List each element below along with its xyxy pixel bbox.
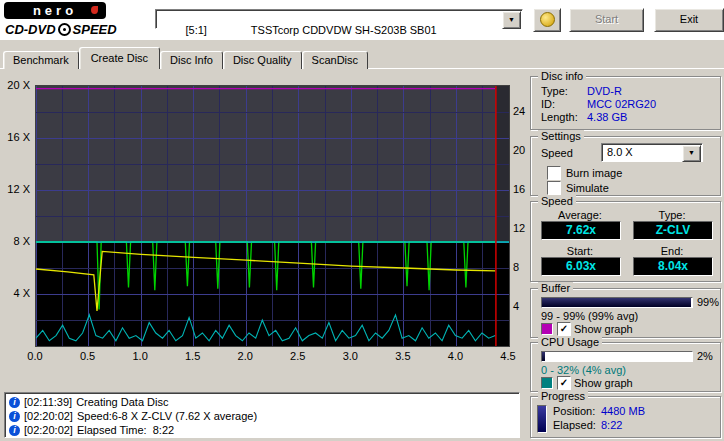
exit-button[interactable]: Exit	[654, 8, 724, 32]
log-timestamp: [02:11:39]	[24, 396, 72, 408]
axis-tick-label: 20 X	[2, 79, 30, 91]
nero-logo-text: nero	[33, 3, 77, 18]
log-message: Elapsed Time: 8:22	[77, 424, 174, 436]
device-bus: [5:1]	[185, 24, 206, 36]
group-title: Buffer	[538, 282, 573, 294]
chart-canvas	[36, 86, 509, 346]
cpu-color-swatch	[541, 377, 553, 389]
log-entry: i [02:20:02] Elapsed Time: 8:22	[9, 424, 515, 436]
elapsed-value: 8:22	[601, 419, 622, 431]
cpu-percent: 2%	[697, 350, 713, 362]
log-entry: i [02:20:02] Speed:6-8 X Z-CLV (7.62 X a…	[9, 410, 515, 422]
axis-tick-label: 0.5	[76, 350, 100, 362]
tab-scandisc[interactable]: ScanDisc	[302, 51, 368, 69]
start-button[interactable]: Start	[569, 8, 644, 32]
disc-tool-icon	[540, 12, 555, 27]
chevron-down-icon[interactable]: ▼	[502, 11, 521, 29]
type-label: Type:	[633, 209, 711, 221]
settings-group: Settings Speed 8.0 X ▼ Burn image Simula…	[530, 136, 721, 196]
group-title: Progress	[538, 390, 588, 402]
axis-tick-label: 4 X	[2, 287, 30, 299]
speed-setting-label: Speed	[541, 147, 573, 159]
device-selector[interactable]: [5:1]TSSTcorp CDDVDW SH-S203B SB01 ▼	[155, 9, 523, 29]
buffer-group: Buffer 99% 99 - 99% (99% avg) ✓ Show gra…	[530, 288, 721, 338]
cpu-usage-bar	[541, 351, 693, 362]
app-title-right: SPEED	[73, 22, 117, 37]
buffer-show-graph-label: Show graph	[574, 323, 633, 335]
disc-info-group: Disc info Type: DVD-R ID: MCC 02RG20 Len…	[530, 76, 721, 130]
progress-group: Progress Position: 4480 MB Elapsed: 8:22	[530, 396, 721, 438]
disc-type-label: Type:	[541, 85, 568, 97]
disc-icon	[58, 23, 71, 36]
info-icon: i	[9, 425, 20, 436]
simulate-checkbox[interactable]	[547, 181, 561, 195]
tab-benchmark[interactable]: Benchmark	[3, 51, 79, 69]
position-label: Position:	[553, 405, 595, 417]
disc-length-label: Length:	[541, 111, 578, 123]
info-icon: i	[9, 397, 20, 408]
write-type-display: Z-CLV	[633, 221, 713, 240]
axis-tick-label: 1.0	[128, 350, 152, 362]
status-log: i [02:11:39] Creating Data Disc i [02:20…	[4, 392, 520, 438]
speed-select[interactable]: 8.0 X ▼	[601, 143, 703, 162]
log-timestamp: [02:20:02]	[24, 410, 73, 422]
axis-tick-label: 12 X	[2, 183, 30, 195]
log-message: Speed:6-8 X Z-CLV (7.62 X average)	[77, 410, 257, 422]
axis-tick-label: 4.0	[443, 350, 467, 362]
info-icon: i	[9, 411, 20, 422]
nero-flame-icon	[91, 6, 98, 14]
disc-tool-button[interactable]	[533, 8, 561, 32]
tab-disc-info[interactable]: Disc Info	[160, 51, 223, 69]
tab-bar: Benchmark Create Disc Disc Info Disc Qua…	[3, 47, 368, 69]
device-name: TSSTcorp CDDVDW SH-S203B SB01	[251, 24, 437, 36]
buffer-color-swatch	[541, 323, 553, 335]
tab-create-disc[interactable]: Create Disc	[79, 47, 160, 69]
log-entry: i [02:11:39] Creating Data Disc	[9, 396, 515, 408]
tab-disc-quality[interactable]: Disc Quality	[223, 51, 302, 69]
buffer-percent: 99%	[697, 296, 719, 308]
buffer-range-text: 99 - 99% (99% avg)	[541, 310, 638, 322]
axis-tick-label: 0.0	[23, 350, 47, 362]
cpu-usage-fill	[542, 352, 545, 361]
axis-tick-label: 16 X	[2, 131, 30, 143]
axis-tick-label: 3.5	[391, 350, 415, 362]
axis-tick-label: 4.5	[496, 350, 520, 362]
cpu-show-graph-checkbox[interactable]: ✓	[557, 376, 571, 390]
log-timestamp: [02:20:02]	[24, 424, 73, 436]
start-speed-display: 6.03x	[541, 257, 621, 276]
end-speed-display: 8.04x	[633, 257, 713, 276]
axis-tick-label: 3.0	[338, 350, 362, 362]
progress-bar-vertical	[537, 405, 547, 433]
app-title: CD-DVD SPEED	[5, 22, 117, 37]
app-window: nero CD-DVD SPEED [5:1]TSSTcorp CDDVDW S…	[0, 0, 724, 441]
speed-select-value: 8.0 X	[607, 146, 633, 158]
average-label: Average:	[541, 209, 619, 221]
group-title: CPU Usage	[538, 336, 602, 348]
axis-tick-label: 8 X	[2, 235, 30, 247]
device-selector-value: [5:1]TSSTcorp CDDVDW SH-S203B SB01	[161, 12, 437, 48]
progress-bar-fill	[538, 406, 546, 432]
speed-group: Speed Average: Type: 7.62x Z-CLV Start: …	[530, 201, 721, 282]
disc-type-value: DVD-R	[587, 85, 622, 97]
buffer-show-graph-checkbox[interactable]: ✓	[557, 322, 571, 336]
start-label: Start:	[541, 245, 619, 257]
burn-image-checkbox[interactable]	[547, 166, 561, 180]
group-title: Disc info	[538, 70, 586, 82]
burn-image-label: Burn image	[566, 167, 622, 179]
cpu-range-text: 0 - 32% (4% avg)	[541, 364, 626, 376]
nero-logo: nero	[4, 2, 106, 19]
end-label: End:	[633, 245, 711, 257]
log-message: Creating Data Disc	[76, 396, 168, 408]
axis-tick-label: 2.5	[286, 350, 310, 362]
position-value: 4480 MB	[601, 405, 645, 417]
cpu-show-graph-label: Show graph	[574, 377, 633, 389]
buffer-level-fill	[542, 298, 691, 307]
elapsed-label: Elapsed:	[553, 419, 596, 431]
axis-tick-label: 1.5	[181, 350, 205, 362]
buffer-level-bar	[541, 297, 693, 308]
app-title-left: CD-DVD	[5, 22, 56, 37]
axis-tick-label: 2.0	[233, 350, 257, 362]
group-title: Speed	[538, 195, 576, 207]
group-title: Settings	[538, 130, 584, 142]
chevron-down-icon[interactable]: ▼	[682, 145, 701, 162]
